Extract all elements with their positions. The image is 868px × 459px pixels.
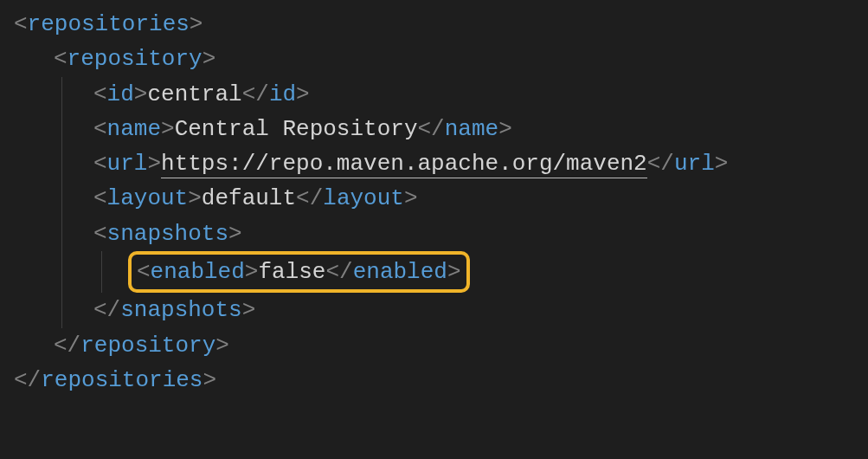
- code-line-highlighted: <enabled>false</enabled>: [14, 251, 854, 293]
- code-line: <layout>default</layout>: [14, 181, 854, 216]
- code-line: <name>Central Repository</name>: [14, 112, 854, 146]
- code-line: <snapshots>: [14, 217, 854, 251]
- code-line: </repository>: [14, 328, 854, 363]
- code-editor[interactable]: <repositories> <repository> <id>central<…: [14, 7, 854, 398]
- code-line: <repositories>: [14, 7, 854, 42]
- code-line: <repository>: [14, 42, 854, 76]
- code-line: <id>central</id>: [14, 77, 854, 112]
- highlight-box: <enabled>false</enabled>: [128, 251, 470, 293]
- code-line: </repositories>: [14, 363, 854, 398]
- code-line: <url>https://repo.maven.apache.org/maven…: [14, 146, 854, 181]
- code-line: </snapshots>: [14, 293, 854, 327]
